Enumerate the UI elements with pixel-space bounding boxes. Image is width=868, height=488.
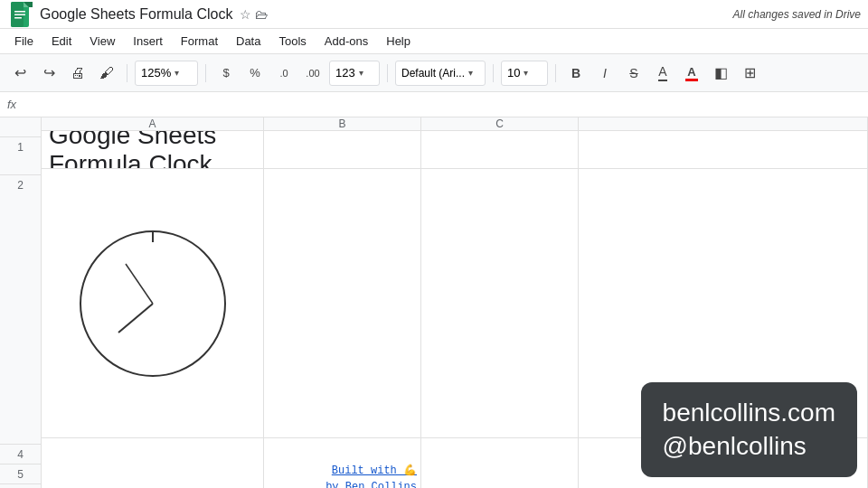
- menu-view[interactable]: View: [82, 33, 122, 50]
- star-icon[interactable]: ☆: [240, 7, 251, 22]
- fx-label: fx: [7, 98, 16, 111]
- toolbar-separator-2: [205, 64, 206, 82]
- row-number-1: 1: [0, 137, 41, 175]
- title-text: Google Sheets Formula Clock: [49, 131, 263, 168]
- font-family-select[interactable]: Default (Ari... ▾: [395, 61, 486, 86]
- print-button[interactable]: 🖨: [65, 61, 90, 86]
- menu-format[interactable]: Format: [174, 33, 225, 50]
- row-number-5: 5: [0, 465, 41, 484]
- borders-button[interactable]: ⊞: [737, 61, 762, 86]
- zoom-chevron-icon: ▾: [175, 68, 179, 78]
- toolbar-separator-4: [493, 64, 494, 82]
- svg-rect-4: [14, 11, 25, 13]
- menu-addons[interactable]: Add-ons: [317, 33, 375, 50]
- underline-button[interactable]: A: [650, 61, 675, 86]
- text-color-button[interactable]: A: [679, 61, 704, 86]
- font-size-value: 10: [507, 66, 520, 80]
- decimal-decrease-button[interactable]: .0: [271, 61, 297, 86]
- menu-file[interactable]: File: [7, 33, 41, 50]
- redo-button[interactable]: ↪: [36, 61, 61, 86]
- cell-a1[interactable]: Google Sheets Formula Clock: [42, 131, 264, 168]
- clock-svg: [71, 222, 234, 385]
- bold-button[interactable]: B: [563, 61, 589, 86]
- sheets-logo-icon: [7, 2, 33, 27]
- underline-label: A: [658, 64, 666, 81]
- col-header-a[interactable]: A: [42, 117, 264, 130]
- menu-data[interactable]: Data: [229, 33, 268, 50]
- zoom-value: 125%: [141, 66, 171, 80]
- document-title: Google Sheets Formula Clock: [40, 6, 232, 23]
- font-family-value: Default (Ari...: [401, 67, 465, 80]
- italic-button[interactable]: I: [592, 61, 618, 86]
- row-num-header: [0, 117, 41, 137]
- row-numbers: 1 2 4 5 6: [0, 117, 42, 488]
- built-with-line2: by Ben Collins: [326, 479, 417, 488]
- font-size-select[interactable]: 10 ▾: [501, 61, 548, 86]
- cell-b-built[interactable]: Built with 💪 by Ben Collins: [264, 438, 421, 488]
- promo-twitter-text: @benlcollins: [663, 430, 835, 463]
- row-number-2-3: 2: [0, 175, 41, 445]
- cell-c1[interactable]: [421, 131, 579, 168]
- cell-b1[interactable]: [264, 131, 421, 168]
- formula-bar: fx: [0, 92, 868, 117]
- col-header-c[interactable]: C: [421, 117, 579, 130]
- undo-button[interactable]: ↩: [7, 61, 33, 86]
- menu-insert[interactable]: Insert: [126, 33, 170, 50]
- font-chevron-icon: ▾: [468, 68, 473, 78]
- cell-a-built[interactable]: [42, 438, 264, 488]
- col-headers: A B C: [42, 117, 868, 131]
- drive-status: All changes saved in Drive: [733, 8, 861, 21]
- spreadsheet: 1 2 4 5 6 A B C: [0, 117, 868, 488]
- col-header-b[interactable]: B: [264, 117, 421, 130]
- percent-button[interactable]: %: [242, 61, 268, 86]
- svg-line-9: [118, 304, 153, 333]
- title-bar: Google Sheets Formula Clock ☆ 🗁 All chan…: [0, 0, 868, 29]
- svg-rect-5: [14, 14, 25, 15]
- toolbar: ↩ ↪ 🖨 🖌 125% ▾ $ % .0 .00 123 ▾ Default …: [0, 54, 868, 92]
- cell-clock[interactable]: [42, 169, 264, 437]
- grid-row-1: Google Sheets Formula Clock: [42, 131, 868, 169]
- promo-site-text: benlcollins.com: [663, 397, 835, 429]
- toolbar-separator-3: [387, 64, 388, 82]
- number-format-value: 123: [335, 66, 355, 80]
- cell-c-clock[interactable]: [421, 169, 579, 437]
- menu-edit[interactable]: Edit: [44, 33, 79, 50]
- cell-rest-1[interactable]: [579, 131, 868, 168]
- row-number-4: 4: [0, 445, 41, 465]
- formula-input[interactable]: [24, 95, 861, 115]
- text-color-label: A: [687, 65, 695, 79]
- menu-tools[interactable]: Tools: [271, 33, 313, 50]
- cell-c-built[interactable]: [421, 438, 579, 488]
- number-format-chevron-icon: ▾: [359, 68, 363, 78]
- number-format-select[interactable]: 123 ▾: [329, 61, 380, 86]
- toolbar-separator-5: [555, 64, 556, 82]
- built-with-link[interactable]: Built with 💪 by Ben Collins: [326, 463, 417, 488]
- currency-button[interactable]: $: [213, 61, 239, 86]
- row-number-6: 6: [0, 484, 41, 488]
- menu-bar: File Edit View Insert Format Data Tools …: [0, 29, 868, 54]
- text-color-indicator: [685, 79, 698, 81]
- svg-rect-6: [14, 17, 22, 19]
- col-header-rest: [579, 117, 868, 130]
- svg-line-10: [126, 264, 153, 304]
- toolbar-separator-1: [127, 64, 127, 82]
- strikethrough-button[interactable]: S: [621, 61, 646, 86]
- paint-format-button[interactable]: 🖌: [94, 61, 119, 86]
- font-size-chevron-icon: ▾: [524, 68, 528, 78]
- cell-b-clock[interactable]: [264, 169, 421, 437]
- promo-box: benlcollins.com @benlcollins: [641, 382, 857, 477]
- folder-icon[interactable]: 🗁: [255, 7, 268, 22]
- menu-help[interactable]: Help: [379, 33, 418, 50]
- zoom-select[interactable]: 125% ▾: [135, 61, 198, 86]
- built-with-line1: Built with 💪: [326, 463, 417, 479]
- decimal-increase-button[interactable]: .00: [300, 61, 326, 86]
- fill-color-button[interactable]: ◧: [708, 61, 733, 86]
